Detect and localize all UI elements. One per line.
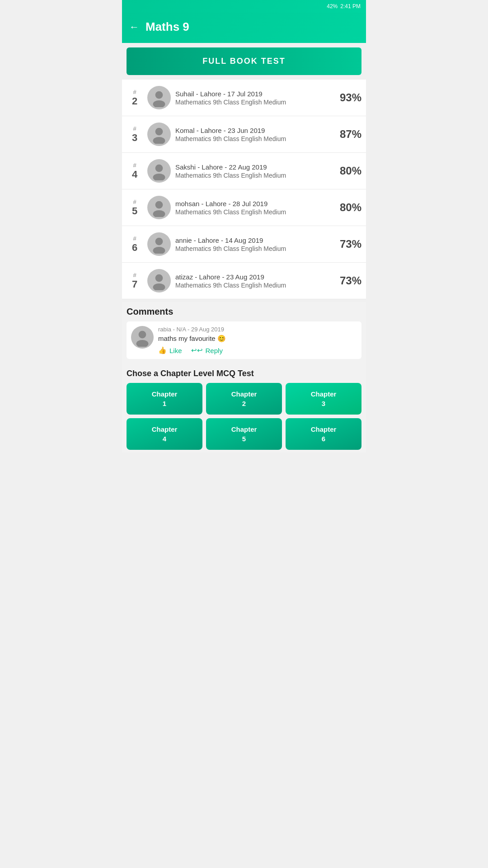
score: 80% xyxy=(334,165,361,177)
comments-section: Comments rabia - N/A - 29 Aug 2019 maths… xyxy=(122,302,366,364)
chapter-number: 1 xyxy=(129,399,200,408)
svg-point-13 xyxy=(136,340,149,347)
status-battery: 42% xyxy=(327,3,338,9)
user-name-line: Suhail - Lahore - 17 Jul 2019 xyxy=(175,90,330,98)
leaderboard-row[interactable]: # 5 mohsan - Lahore - 28 Jul 2019 Mathem… xyxy=(122,189,366,226)
user-course: Mathematics 9th Class English Medium xyxy=(175,172,330,179)
avatar xyxy=(147,232,171,256)
chapter-number: 4 xyxy=(129,434,200,443)
comment-content: rabia - N/A - 29 Aug 2019 maths my favou… xyxy=(158,326,357,354)
leaderboard-row[interactable]: # 7 atizaz - Lahore - 23 Aug 2019 Mathem… xyxy=(122,263,366,299)
chapter-2-button[interactable]: Chapter2 xyxy=(206,383,282,415)
rank-number: # 2 xyxy=(127,89,143,107)
user-info: annie - Lahore - 14 Aug 2019 Mathematics… xyxy=(175,236,330,252)
svg-point-0 xyxy=(155,91,163,99)
chapter-number: 3 xyxy=(288,399,359,408)
svg-point-8 xyxy=(155,238,163,245)
chapter-label: Chapter xyxy=(209,389,279,399)
svg-point-6 xyxy=(155,201,163,209)
svg-point-5 xyxy=(153,174,165,180)
user-name-line: Sakshi - Lahore - 22 Aug 2019 xyxy=(175,163,330,171)
chapter-3-button[interactable]: Chapter3 xyxy=(286,383,361,415)
avatar xyxy=(147,86,171,109)
user-info: Suhail - Lahore - 17 Jul 2019 Mathematic… xyxy=(175,90,330,106)
reply-icon: ↩↩ xyxy=(191,346,203,354)
chapter-4-button[interactable]: Chapter4 xyxy=(127,418,202,450)
svg-point-3 xyxy=(153,137,165,144)
svg-point-12 xyxy=(139,331,146,339)
chapter-6-button[interactable]: Chapter6 xyxy=(286,418,361,450)
comment-meta: rabia - N/A - 29 Aug 2019 xyxy=(158,326,357,333)
mcq-heading: Chose a Chapter Level MCQ Test xyxy=(127,369,361,378)
svg-point-9 xyxy=(153,247,165,254)
comment-actions: 👍 Like ↩↩ Reply xyxy=(158,346,357,354)
chapter-number: 5 xyxy=(209,434,279,443)
chapter-label: Chapter xyxy=(129,389,200,399)
user-course: Mathematics 9th Class English Medium xyxy=(175,245,330,252)
user-course: Mathematics 9th Class English Medium xyxy=(175,99,330,106)
full-book-test-button[interactable]: FULL BOOK TEST xyxy=(127,47,361,75)
page-title: Maths 9 xyxy=(145,20,189,34)
chapter-label: Chapter xyxy=(129,425,200,434)
user-name-line: Komal - Lahore - 23 Jun 2019 xyxy=(175,127,330,134)
svg-point-1 xyxy=(153,100,165,107)
chapter-label: Chapter xyxy=(288,425,359,434)
thumbs-up-icon: 👍 xyxy=(158,346,167,354)
status-time: 2:41 PM xyxy=(340,3,361,9)
comments-heading: Comments xyxy=(127,307,361,317)
status-bar: 42% 2:41 PM xyxy=(122,0,366,13)
user-info: atizaz - Lahore - 23 Aug 2019 Mathematic… xyxy=(175,273,330,289)
mcq-section: Chose a Chapter Level MCQ Test Chapter1C… xyxy=(122,364,366,453)
avatar xyxy=(147,269,171,292)
user-name-line: annie - Lahore - 14 Aug 2019 xyxy=(175,236,330,244)
leaderboard: # 2 Suhail - Lahore - 17 Jul 2019 Mathem… xyxy=(122,80,366,299)
leaderboard-row[interactable]: # 6 annie - Lahore - 14 Aug 2019 Mathema… xyxy=(122,226,366,263)
rank-number: # 3 xyxy=(127,125,143,144)
user-course: Mathematics 9th Class English Medium xyxy=(175,135,330,142)
back-button[interactable]: ← xyxy=(129,21,139,33)
comment-avatar xyxy=(131,326,154,349)
comment-item: rabia - N/A - 29 Aug 2019 maths my favou… xyxy=(127,321,361,359)
header: ← Maths 9 xyxy=(122,13,366,43)
reply-button[interactable]: ↩↩ Reply xyxy=(191,346,223,354)
comment-text: maths my favourite 😊 xyxy=(158,335,357,343)
score: 73% xyxy=(334,238,361,250)
chapters-grid: Chapter1Chapter2Chapter3Chapter4Chapter5… xyxy=(127,383,361,450)
rank-number: # 7 xyxy=(127,272,143,290)
avatar xyxy=(147,196,171,219)
score: 73% xyxy=(334,274,361,287)
chapter-label: Chapter xyxy=(288,389,359,399)
reply-label: Reply xyxy=(206,347,223,354)
score: 87% xyxy=(334,128,361,141)
svg-point-11 xyxy=(153,283,165,290)
rank-number: # 6 xyxy=(127,235,143,254)
svg-point-4 xyxy=(155,165,163,172)
chapter-5-button[interactable]: Chapter5 xyxy=(206,418,282,450)
like-label: Like xyxy=(169,347,182,354)
user-name-line: atizaz - Lahore - 23 Aug 2019 xyxy=(175,273,330,281)
score: 80% xyxy=(334,201,361,214)
leaderboard-row[interactable]: # 2 Suhail - Lahore - 17 Jul 2019 Mathem… xyxy=(122,80,366,116)
like-button[interactable]: 👍 Like xyxy=(158,346,182,354)
user-info: mohsan - Lahore - 28 Jul 2019 Mathematic… xyxy=(175,200,330,216)
svg-point-2 xyxy=(155,128,163,136)
svg-point-10 xyxy=(155,274,163,282)
score: 93% xyxy=(334,91,361,104)
user-info: Sakshi - Lahore - 22 Aug 2019 Mathematic… xyxy=(175,163,330,179)
user-course: Mathematics 9th Class English Medium xyxy=(175,208,330,216)
chapter-label: Chapter xyxy=(209,425,279,434)
user-course: Mathematics 9th Class English Medium xyxy=(175,282,330,289)
avatar xyxy=(147,123,171,146)
svg-point-7 xyxy=(153,210,165,217)
chapter-1-button[interactable]: Chapter1 xyxy=(127,383,202,415)
leaderboard-row[interactable]: # 4 Sakshi - Lahore - 22 Aug 2019 Mathem… xyxy=(122,153,366,189)
rank-number: # 5 xyxy=(127,198,143,217)
chapter-number: 6 xyxy=(288,434,359,443)
user-name-line: mohsan - Lahore - 28 Jul 2019 xyxy=(175,200,330,208)
leaderboard-row[interactable]: # 3 Komal - Lahore - 23 Jun 2019 Mathema… xyxy=(122,116,366,153)
user-info: Komal - Lahore - 23 Jun 2019 Mathematics… xyxy=(175,127,330,142)
rank-number: # 4 xyxy=(127,162,143,180)
avatar xyxy=(147,159,171,183)
chapter-number: 2 xyxy=(209,399,279,408)
